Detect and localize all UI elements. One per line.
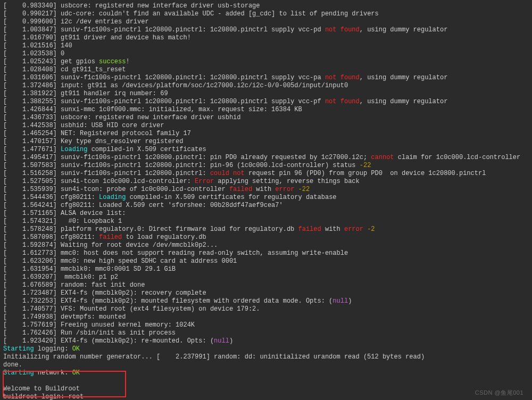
shell-line: buildroot login: root: [3, 393, 529, 400]
kernel-log-line: [ 1.470157] Key type dns_resolver regist…: [3, 138, 529, 146]
kernel-log-line: [ 1.381922] gt911 handler irq number: 69: [3, 90, 529, 98]
kernel-log-line: [ 1.676589] random: fast init done: [3, 281, 529, 289]
kernel-log-line: [ 1.578248] platform regulatory.0: Direc…: [3, 226, 529, 234]
kernel-log-line: [ 1.571165] ALSA device list:: [3, 210, 529, 218]
kernel-log-line: [ 1.516258] suniv-f1c100s-pinctrl 1c2080…: [3, 170, 529, 178]
kernel-log-line: [ 1.587098] cfg80211: failed to load reg…: [3, 234, 529, 241]
kernel-log-line: [ 1.388255] suniv-f1c100s-pinctrl 1c2080…: [3, 98, 529, 106]
kernel-log-line: [ 1.631954] mmcblk0: mmc0:0001 SD 29.1 G…: [3, 265, 529, 273]
kernel-log-line: [ 1.495417] suniv-f1c100s-pinctrl 1c2080…: [3, 154, 529, 162]
kernel-log-line: [ 1.740577] VFS: Mounted root (ext4 file…: [3, 305, 529, 313]
kernel-log-line: [ 1.003847] suniv-f1c100s-pinctrl 1c2080…: [3, 26, 529, 34]
shell-line: Starting logging: OK: [3, 345, 529, 353]
kernel-log-line: [ 1.016790] gt911 driver and device has …: [3, 34, 529, 42]
kernel-log-line: [ 0.990217] udc-core: couldn't find an a…: [3, 10, 529, 18]
kernel-log-line: [ 1.544436] cfg80211: Loading compiled-i…: [3, 194, 529, 202]
shell-line: done.: [3, 361, 529, 369]
kernel-log-line: [ 1.749938] devtmpfs: mounted: [3, 313, 529, 321]
terminal-output[interactable]: [ 0.983340] usbcore: registered new inte…: [0, 0, 532, 400]
kernel-log-line: [ 1.612773] mmc0: host does not support …: [3, 249, 529, 257]
kernel-log-line: [ 1.426844] sunxi-mmc 1c0f000.mmc: initi…: [3, 106, 529, 114]
kernel-log-line: [ 1.535939] sun4i-tcon: probe of 1c0c000…: [3, 186, 529, 194]
kernel-log-line: [ 1.723487] EXT4-fs (mmcblk0p2): recover…: [3, 289, 529, 297]
kernel-log-line: [ 1.592874] Waiting for root device /dev…: [3, 241, 529, 249]
kernel-log-line: [ 1.762426] Run /sbin/init as init proce…: [3, 329, 529, 337]
shell-line: Starting network: OK: [3, 369, 529, 377]
kernel-log-line: [ 1.732253] EXT4-fs (mmcblk0p2): mounted…: [3, 297, 529, 305]
kernel-log-line: [ 1.923420] EXT4-fs (mmcblk0p2): re-moun…: [3, 337, 529, 345]
kernel-log-line: [ 0.999600] i2c /dev entries driver: [3, 18, 529, 26]
kernel-log-line: [ 1.477671] Loading compiled-in X.509 ce…: [3, 146, 529, 154]
shell-line: Welcome to Buildroot: [3, 385, 529, 393]
shell-line: [3, 377, 529, 385]
kernel-log-line: [ 1.372486] input: gt911 as /devices/pla…: [3, 82, 529, 90]
kernel-log-line: [ 0.983340] usbcore: registered new inte…: [3, 2, 529, 10]
kernel-log-line: [ 1.028408] cd gt911_ts_reset: [3, 66, 529, 74]
kernel-log-line: [ 1.031606] suniv-f1c100s-pinctrl 1c2080…: [3, 74, 529, 82]
watermark: CSDN @鱼尾001: [475, 389, 523, 397]
kernel-log-line: [ 1.564241] cfg80211: Loaded X.509 cert …: [3, 202, 529, 210]
kernel-log-line: [ 1.023538] 0: [3, 50, 529, 58]
kernel-log-line: [ 1.623206] mmc0: new high speed SDHC ca…: [3, 257, 529, 265]
kernel-log-line: [ 1.021516] 140: [3, 42, 529, 50]
kernel-log-line: [ 1.527505] sun4i-tcon 1c0c000.lcd-contr…: [3, 178, 529, 186]
kernel-log-line: [ 1.465254] NET: Registered protocol fam…: [3, 130, 529, 138]
kernel-log-line: [ 1.574321] #0: Loopback 1: [3, 218, 529, 226]
kernel-log-line: [ 1.436733] usbcore: registered new inte…: [3, 114, 529, 122]
kernel-log-line: [ 1.507583] suniv-f1c100s-pinctrl 1c2080…: [3, 162, 529, 170]
kernel-log-line: [ 1.757619] Freeing unused kernel memory…: [3, 321, 529, 329]
kernel-log-line: [ 1.639207] mmcblk0: p1 p2: [3, 273, 529, 281]
kernel-log-line: [ 1.025243] get gpios success!: [3, 58, 529, 66]
kernel-log-line: [ 1.442538] usbhid: USB HID core driver: [3, 122, 529, 130]
shell-line: Initializing random number generator... …: [3, 353, 529, 361]
